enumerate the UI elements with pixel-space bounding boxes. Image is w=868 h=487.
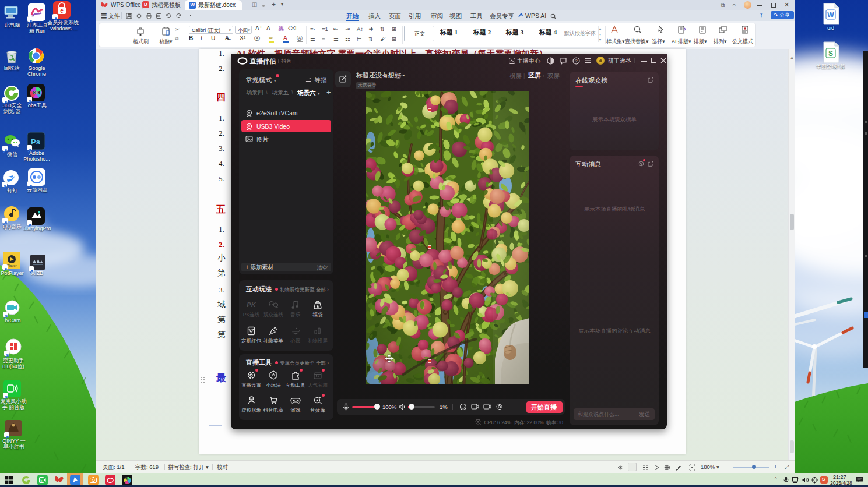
svg-text:Ps: Ps bbox=[31, 137, 40, 146]
svg-text:PK: PK bbox=[247, 301, 256, 308]
svg-text:W: W bbox=[827, 11, 834, 19]
svg-text:Player: Player bbox=[6, 264, 16, 267]
svg-text:b: b bbox=[41, 479, 43, 482]
svg-text:S: S bbox=[828, 50, 833, 58]
svg-text:OBS: OBS bbox=[33, 91, 39, 94]
svg-text:?: ? bbox=[575, 58, 577, 63]
svg-text:e: e bbox=[60, 8, 64, 14]
